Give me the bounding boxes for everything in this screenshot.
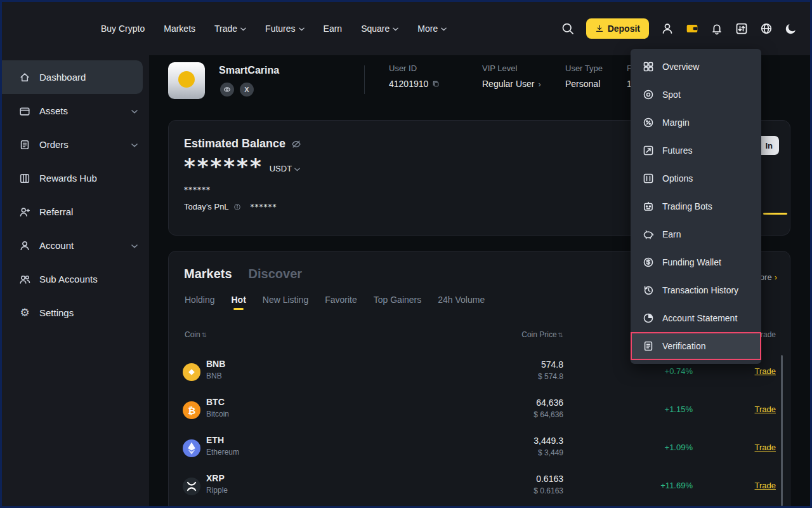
sidebar-item-label: Orders xyxy=(39,139,69,150)
table-row[interactable]: XRP Ripple 0.6163 $ 0.6163 +11.69% Trade xyxy=(169,467,790,505)
coin-logo-icon: ₿ xyxy=(183,401,200,419)
tab-top-gainers[interactable]: Top Gainers xyxy=(374,295,421,310)
dropdown-item-earn[interactable]: Earn xyxy=(631,220,761,248)
deposit-button[interactable]: Deposit xyxy=(586,18,649,39)
tab-holding[interactable]: Holding xyxy=(185,295,214,310)
coin-name: Bitcoin xyxy=(206,410,229,418)
theme-moon-icon[interactable] xyxy=(785,22,797,35)
copy-icon[interactable] xyxy=(432,80,440,88)
coin-logo-icon xyxy=(183,478,200,495)
sidebar-item-orders[interactable]: Orders xyxy=(2,128,149,161)
sidebar-item-label: Rewards Hub xyxy=(39,173,97,184)
coin-logo-icon xyxy=(183,363,200,381)
menu-buy-crypto[interactable]: Buy Crypto xyxy=(101,23,145,34)
eye-off-icon[interactable] xyxy=(291,139,301,149)
sidebar-item-icon xyxy=(19,206,30,218)
profile-social-actions: X xyxy=(220,83,254,97)
menu-futures[interactable]: Futures xyxy=(265,23,304,34)
sidebar-item-dashboard[interactable]: Dashboard xyxy=(2,60,143,94)
sidebar-item-sub-accounts[interactable]: Sub Accounts xyxy=(2,262,149,296)
trade-link[interactable]: Trade xyxy=(755,404,776,414)
tab-favorite[interactable]: Favorite xyxy=(325,295,357,310)
sidebar-item-settings[interactable]: ⚙ Settings xyxy=(2,296,149,330)
coin-price-usd: $ 0.6163 xyxy=(534,486,563,495)
clock-history-icon xyxy=(643,284,654,296)
grid-icon xyxy=(643,61,654,72)
dropdown-item-spot[interactable]: Spot xyxy=(631,81,761,109)
robot-icon xyxy=(643,201,654,212)
profile-fields: User ID 41201910 › VIP Level Regular Use… xyxy=(389,64,632,89)
wallet-icon[interactable] xyxy=(686,22,698,35)
info-icon[interactable] xyxy=(233,203,241,211)
wallet-dropdown-menu: Overview Spot Margin Futures Options xyxy=(631,49,761,364)
scrollbar-thumb[interactable] xyxy=(781,355,783,506)
dropdown-item-transaction-history[interactable]: Transaction History xyxy=(631,276,761,304)
pnl-label: Today’s PnL xyxy=(184,202,229,211)
trade-link[interactable]: Trade xyxy=(755,443,776,452)
menu-earn[interactable]: Earn xyxy=(324,23,343,34)
coin-price-usd: $ 64,636 xyxy=(534,410,563,419)
tab-new-listing[interactable]: New Listing xyxy=(263,295,308,310)
balance-masked-fiat: ****** xyxy=(184,185,211,194)
coin-price: 64,636 xyxy=(536,398,563,408)
coin-icon xyxy=(643,89,654,100)
dropdown-item-margin[interactable]: Margin xyxy=(631,109,761,137)
dropdown-item-trading-bots[interactable]: Trading Bots xyxy=(631,192,761,220)
sidebar-item-icon xyxy=(19,240,30,251)
trade-link[interactable]: Trade xyxy=(755,481,776,490)
sidebar-item-account[interactable]: Account xyxy=(2,229,149,262)
table-row[interactable]: ₿ BTC Bitcoin 64,636 $ 64,636 +1.15% Tra… xyxy=(169,391,790,429)
dropdown-item-label: Futures xyxy=(662,145,692,156)
tab-discover[interactable]: Discover xyxy=(249,267,303,281)
chevron-down-icon xyxy=(294,168,300,171)
balance-currency-select[interactable]: USDT xyxy=(270,164,300,179)
coin-symbol: BTC xyxy=(206,397,225,407)
menu-trade[interactable]: Trade xyxy=(214,23,246,34)
sidebar-item-rewards-hub[interactable]: Rewards Hub xyxy=(2,161,149,195)
search-icon[interactable] xyxy=(561,22,574,35)
eye-icon[interactable] xyxy=(220,83,234,97)
table-row[interactable]: ETH Ethereum 3,449.3 $ 3,449 +1.09% Trad… xyxy=(169,429,790,467)
dropdown-item-label: Transaction History xyxy=(662,285,738,295)
app-window: Buy Crypto Markets Trade Futures xyxy=(0,0,812,508)
chevron-right-icon: › xyxy=(538,80,540,88)
coin-logo-icon xyxy=(183,439,200,457)
main-menu: Buy Crypto Markets Trade Futures xyxy=(101,2,447,55)
avatar[interactable] xyxy=(168,62,205,99)
dropdown-item-label: Earn xyxy=(662,229,681,239)
profile-name: SmartCarina xyxy=(219,65,279,76)
dropdown-item-verification[interactable]: Verification xyxy=(631,332,761,360)
dropdown-item-label: Spot xyxy=(662,90,681,100)
candles-icon xyxy=(643,173,654,184)
coin-symbol: BNB xyxy=(206,359,225,369)
dollar-coin-icon xyxy=(643,257,654,268)
sidebar-item-assets[interactable]: Assets xyxy=(2,94,149,128)
field-value: Personal xyxy=(565,79,600,89)
yellow-link-fragment xyxy=(763,213,787,215)
transfer-icon[interactable] xyxy=(735,22,748,35)
x-social-icon[interactable]: X xyxy=(240,83,254,97)
dropdown-item-funding-wallet[interactable]: Funding Wallet xyxy=(631,248,761,276)
trade-link[interactable]: Trade xyxy=(755,366,776,376)
dropdown-item-label: Overview xyxy=(662,62,699,72)
sidebar-item-referral[interactable]: Referral xyxy=(2,195,149,229)
notifications-icon[interactable] xyxy=(710,22,723,35)
dropdown-item-options[interactable]: Options xyxy=(631,164,761,192)
dropdown-item-account-statement[interactable]: Account Statement xyxy=(631,304,761,332)
field-label: User Type xyxy=(565,64,627,73)
menu-item-label: Trade xyxy=(214,23,237,34)
column-header-coin[interactable]: Coin⇅ xyxy=(185,330,207,339)
menu-markets[interactable]: Markets xyxy=(164,23,195,34)
dropdown-item-futures[interactable]: Futures xyxy=(631,137,761,164)
deposit-label: Deposit xyxy=(608,23,640,34)
language-globe-icon[interactable] xyxy=(760,22,773,35)
column-header-coin-price[interactable]: Coin Price⇅ xyxy=(521,330,563,339)
tab-hot[interactable]: Hot xyxy=(231,295,246,310)
menu-more[interactable]: More xyxy=(417,23,447,34)
menu-square[interactable]: Square xyxy=(361,23,398,34)
tab-markets[interactable]: Markets xyxy=(184,267,232,281)
tab-24h-volume[interactable]: 24h Volume xyxy=(438,295,485,310)
profile-icon[interactable] xyxy=(661,22,674,35)
dropdown-item-overview[interactable]: Overview xyxy=(631,53,761,81)
chevron-down-icon xyxy=(131,144,138,147)
